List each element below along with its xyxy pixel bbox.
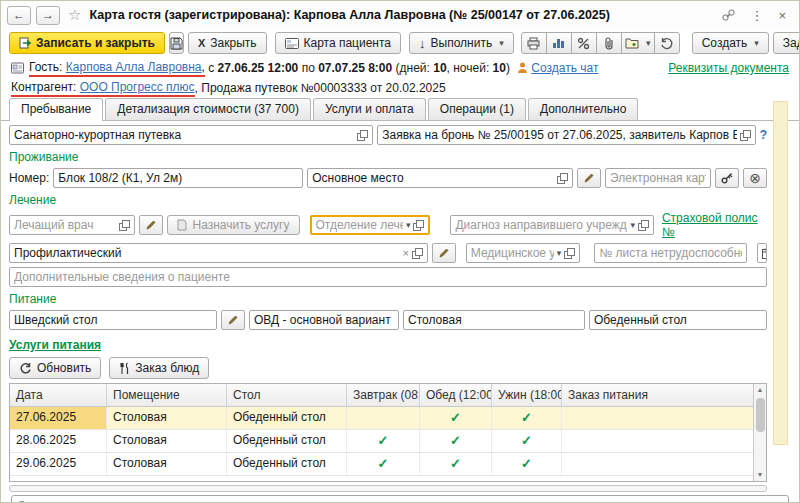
open-icon[interactable] bbox=[740, 130, 751, 141]
meal-services-table: Дата Помещение Стол Завтрак (08:00) Обед… bbox=[9, 383, 767, 482]
save-and-close-button[interactable]: Записать и закрыть bbox=[9, 32, 165, 54]
cell-room: Столовая bbox=[107, 407, 227, 429]
cell-table: Обеденный стол bbox=[227, 453, 347, 475]
tab-operations[interactable]: Операции (1) bbox=[428, 98, 526, 120]
column-header-meal-order[interactable]: Заказ питания bbox=[562, 384, 753, 406]
table-row[interactable]: 29.06.2025СтоловаяОбеденный стол✓✓✓ bbox=[10, 453, 753, 476]
chevron-down-icon[interactable]: ▾ bbox=[630, 220, 635, 230]
open-icon[interactable] bbox=[357, 130, 368, 141]
print-button[interactable] bbox=[521, 32, 547, 54]
related-links-icon bbox=[577, 37, 590, 50]
attachments-button[interactable] bbox=[596, 32, 622, 54]
tasks-button[interactable]: Задачи ▾ bbox=[773, 32, 800, 54]
clear-card-button[interactable]: ⊗ bbox=[743, 168, 767, 188]
column-header-lunch[interactable]: Обед (12:00) bbox=[420, 384, 492, 406]
meal-services-link[interactable]: Услуги питания bbox=[9, 338, 101, 352]
dining-table-field[interactable]: Обеденный стол bbox=[589, 310, 767, 330]
more-vert-icon[interactable]: ⋮ bbox=[745, 8, 768, 23]
close-button[interactable]: X Закрыть bbox=[188, 32, 267, 54]
open-icon[interactable] bbox=[557, 173, 568, 184]
scroll-down-icon[interactable]: ▼ bbox=[757, 469, 764, 481]
column-header-breakfast[interactable]: Завтрак (08:00) bbox=[347, 384, 420, 406]
tab-services-payment[interactable]: Услуги и оплата bbox=[313, 98, 426, 120]
place-field[interactable]: Основное место bbox=[307, 168, 573, 188]
section-treatment: Лечение bbox=[9, 193, 767, 207]
guest-name-link[interactable]: Карпова Алла Лавровна bbox=[66, 60, 202, 74]
execute-button[interactable]: ↓ Выполнить ▾ bbox=[409, 32, 514, 54]
insurance-policy-link[interactable]: Страховой полис № bbox=[662, 211, 767, 239]
chevron-down-icon[interactable]: ▾ bbox=[557, 248, 562, 258]
table-row[interactable]: 28.06.2025СтоловаяОбеденный стол✓✓✓ bbox=[10, 430, 753, 453]
table-horizontal-scrollbar[interactable] bbox=[9, 485, 767, 492]
related-documents-button[interactable] bbox=[571, 32, 597, 54]
chevron-down-icon[interactable]: ▾ bbox=[406, 220, 411, 230]
write-key-button[interactable] bbox=[715, 168, 739, 188]
contractor-link[interactable]: ООО Прогресс плюс bbox=[80, 80, 195, 94]
help-link[interactable]: ? bbox=[760, 128, 767, 142]
dining-room-field[interactable]: Столовая bbox=[403, 310, 585, 330]
forward-button[interactable]: → bbox=[36, 6, 60, 25]
execute-arrow-icon: ↓ bbox=[419, 36, 426, 51]
meal-type-field[interactable]: Шведский стол bbox=[9, 310, 217, 330]
diagnosis-combobox[interactable]: Диагноз направившего учреждения ▾ bbox=[450, 215, 654, 235]
check-icon: ✓ bbox=[420, 430, 492, 452]
column-header-table[interactable]: Стол bbox=[227, 384, 347, 406]
medical-organization-combobox[interactable]: Медицинское учрежд... ▾ bbox=[466, 243, 581, 263]
tab-additional[interactable]: Дополнительно bbox=[528, 98, 638, 120]
add-file-button[interactable]: ▾ bbox=[621, 32, 655, 54]
close-window-icon[interactable]: × bbox=[773, 8, 791, 23]
clear-x-icon[interactable]: × bbox=[402, 247, 408, 259]
scroll-up-icon[interactable]: ▲ bbox=[757, 384, 764, 396]
open-icon[interactable] bbox=[412, 248, 423, 259]
open-icon[interactable] bbox=[119, 220, 130, 231]
table-header-row: Дата Помещение Стол Завтрак (08:00) Обед… bbox=[10, 384, 753, 407]
sick-leave-date-field[interactable]: . . bbox=[757, 243, 767, 263]
patient-card-button[interactable]: Карта пациента bbox=[275, 32, 402, 54]
contractor-line: Контрагент: ООО Прогресс плюс , Продажа … bbox=[1, 80, 799, 96]
doctor-field[interactable]: Лечащий врач bbox=[9, 215, 135, 235]
back-button[interactable]: ← bbox=[7, 6, 31, 25]
patient-additional-info-field[interactable]: Дополнительные сведения о пациенте bbox=[9, 267, 767, 287]
refresh-button[interactable]: Обновить bbox=[9, 357, 101, 379]
check-icon: ✓ bbox=[492, 453, 562, 475]
treatment-type-field[interactable]: Профилактический × bbox=[9, 243, 428, 263]
booking-request-field[interactable]: Заявка на бронь № 25/00195 от 27.06.2025… bbox=[377, 125, 755, 145]
column-header-room[interactable]: Помещение bbox=[107, 384, 227, 406]
chevron-down-icon: ▾ bbox=[499, 38, 504, 48]
guest-additional-info-field[interactable]: Дополнительные сведения о госте bbox=[11, 495, 789, 503]
calendar-icon[interactable] bbox=[762, 248, 767, 259]
document-requisites-link[interactable]: Реквизиты документа bbox=[668, 61, 789, 75]
edit-doctor-button[interactable] bbox=[139, 215, 163, 235]
history-button[interactable] bbox=[654, 32, 680, 54]
save-button[interactable] bbox=[169, 32, 184, 54]
room-field[interactable]: Блок 108/2 (К1, Ул 2м) bbox=[53, 168, 303, 188]
order-dishes-button[interactable]: Заказ блюд bbox=[109, 357, 209, 379]
column-header-dinner[interactable]: Ужин (18:00) bbox=[492, 384, 562, 406]
electronic-card-field[interactable]: Электронная карта bbox=[605, 168, 711, 188]
scrollbar-thumb[interactable] bbox=[756, 398, 765, 432]
diet-field[interactable]: ОВД - основной вариант стандартной ди bbox=[249, 310, 399, 330]
edit-treatment-type-button[interactable] bbox=[432, 243, 456, 263]
cell-meal-order bbox=[562, 430, 753, 452]
open-icon[interactable] bbox=[564, 248, 575, 259]
tab-stay[interactable]: Пребывание bbox=[9, 98, 103, 121]
reports-button[interactable] bbox=[546, 32, 572, 54]
cell-date: 27.06.2025 bbox=[10, 407, 107, 429]
get-link-icon[interactable] bbox=[717, 9, 740, 22]
treatment-department-combobox[interactable]: Отделение лечения п... ▾ bbox=[310, 215, 431, 235]
favorite-star-icon[interactable]: ☆ bbox=[68, 6, 81, 24]
sick-leave-number-field[interactable]: № листа нетрудоспособности bbox=[594, 243, 747, 263]
open-icon[interactable] bbox=[413, 220, 424, 231]
tab-cost-details[interactable]: Детализация стоимости (37 700) bbox=[105, 98, 311, 120]
edit-meal-type-button[interactable] bbox=[221, 310, 245, 330]
voucher-type-field[interactable]: Санаторно-курортная путевка bbox=[9, 125, 373, 145]
create-chat-link[interactable]: Создать чат bbox=[531, 61, 598, 75]
create-button[interactable]: Создать ▾ bbox=[692, 32, 769, 54]
table-empty-space bbox=[10, 476, 753, 481]
column-header-date[interactable]: Дата bbox=[10, 384, 107, 406]
open-icon[interactable] bbox=[638, 220, 649, 231]
edit-place-button[interactable] bbox=[577, 168, 601, 188]
table-row[interactable]: 27.06.2025СтоловаяОбеденный стол✓✓ bbox=[10, 407, 753, 430]
assign-service-button[interactable]: Назначить услугу bbox=[167, 215, 299, 235]
table-vertical-scrollbar[interactable]: ▲ ▼ bbox=[753, 384, 766, 481]
